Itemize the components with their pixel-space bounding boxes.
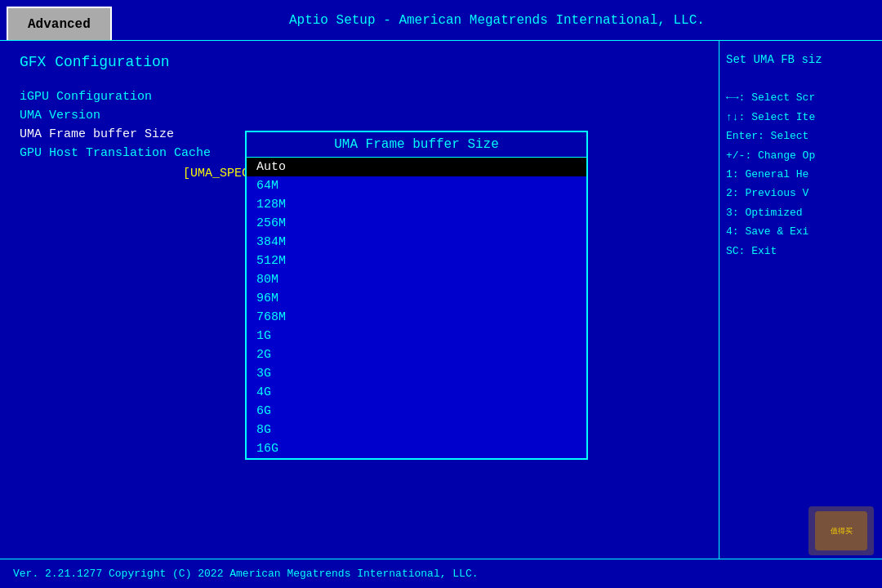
page-heading: GFX Configuration bbox=[20, 54, 699, 70]
menu-item-1[interactable]: UMA Version bbox=[20, 109, 699, 122]
key-help-container: ←→: Select Scr↑↓: Select IteEnter: Selec… bbox=[726, 88, 875, 261]
dropdown-option-9[interactable]: 1G bbox=[247, 327, 586, 345]
dropdown-option-6[interactable]: 80M bbox=[247, 270, 586, 289]
dropdown-option-2[interactable]: 128M bbox=[247, 195, 586, 214]
dropdown-option-15[interactable]: 16G bbox=[247, 439, 586, 458]
main-content: GFX Configuration iGPU ConfigurationUMA … bbox=[0, 41, 882, 559]
key-help-item-5: 2: Previous V bbox=[726, 184, 875, 203]
dropdown-option-12[interactable]: 4G bbox=[247, 383, 586, 402]
key-help-item-3: +/-: Change Op bbox=[726, 146, 875, 165]
dropdown-option-0[interactable]: Auto bbox=[247, 158, 586, 176]
key-help-item-7: 4: Save & Exi bbox=[726, 222, 875, 241]
key-help-item-6: 3: Optimized bbox=[726, 203, 875, 222]
dropdown-option-11[interactable]: 3G bbox=[247, 364, 586, 383]
dropdown-option-7[interactable]: 96M bbox=[247, 289, 586, 308]
key-help-item-8: SC: Exit bbox=[726, 242, 875, 261]
dropdown-title: UMA Frame buffer Size bbox=[247, 132, 586, 158]
dropdown-option-1[interactable]: 64M bbox=[247, 176, 586, 195]
help-text: Set UMA FB siz bbox=[726, 51, 875, 69]
dropdown-option-5[interactable]: 512M bbox=[247, 252, 586, 270]
left-panel: GFX Configuration iGPU ConfigurationUMA … bbox=[0, 41, 719, 559]
dropdown-options-list[interactable]: Auto64M128M256M384M512M80M96M768M1G2G3G4… bbox=[247, 158, 586, 458]
dropdown-option-3[interactable]: 256M bbox=[247, 214, 586, 233]
watermark-text: 值得买 bbox=[815, 511, 867, 550]
dropdown-option-10[interactable]: 2G bbox=[247, 345, 586, 364]
dropdown-option-8[interactable]: 768M bbox=[247, 308, 586, 327]
header-bar: Advanced Aptio Setup - American Megatren… bbox=[0, 0, 882, 41]
footer-bar: Ver. 2.21.1277 Copyright (C) 2022 Americ… bbox=[0, 559, 882, 588]
dropdown-option-13[interactable]: 6G bbox=[247, 402, 586, 421]
header-title: Aptio Setup - American Megatrends Intern… bbox=[112, 0, 882, 40]
key-help-item-0: ←→: Select Scr bbox=[726, 88, 875, 107]
dropdown-popup[interactable]: UMA Frame buffer Size Auto64M128M256M384… bbox=[245, 131, 588, 460]
dropdown-option-4[interactable]: 384M bbox=[247, 233, 586, 252]
dropdown-option-14[interactable]: 8G bbox=[247, 421, 586, 439]
right-panel: Set UMA FB siz ←→: Select Scr↑↓: Select … bbox=[719, 41, 882, 559]
menu-item-0[interactable]: iGPU Configuration bbox=[20, 90, 699, 104]
key-help-item-2: Enter: Select bbox=[726, 127, 875, 145]
key-help-item-4: 1: General He bbox=[726, 165, 875, 184]
key-help-item-1: ↑↓: Select Ite bbox=[726, 108, 875, 127]
footer-text: Ver. 2.21.1277 Copyright (C) 2022 Americ… bbox=[13, 568, 479, 580]
advanced-tab[interactable]: Advanced bbox=[7, 7, 112, 40]
watermark-overlay: 值得买 bbox=[808, 506, 874, 555]
